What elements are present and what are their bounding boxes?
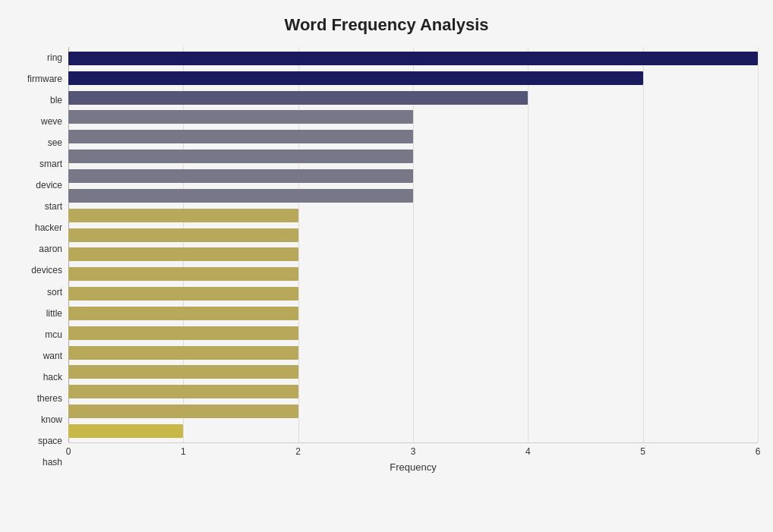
bar (68, 267, 298, 281)
bar-row (68, 70, 758, 87)
bar-row (68, 325, 758, 342)
y-axis-label: start (45, 198, 62, 215)
bar (68, 405, 298, 418)
y-axis: ringfirmwarebleweveseesmartdevicestartha… (15, 47, 68, 473)
x-axis-labels: 0123456 (68, 446, 758, 461)
y-axis-label: smart (39, 156, 62, 172)
bar-row (68, 246, 758, 263)
bar-row (68, 168, 758, 184)
y-axis-label: weve (41, 113, 62, 130)
bar (68, 52, 758, 65)
y-axis-label: sort (47, 284, 62, 301)
bar (68, 385, 298, 398)
bar-row (68, 285, 758, 302)
bar-row (68, 345, 758, 361)
y-axis-label: hacker (35, 219, 62, 236)
bar (68, 365, 298, 379)
chart-title: Word Frequency Analysis (15, 15, 758, 35)
bar (68, 228, 298, 242)
bar (68, 346, 298, 360)
bar-row (68, 90, 758, 106)
bar (68, 287, 298, 301)
x-axis-labels-wrapper: 0123456 (68, 443, 758, 458)
x-tick-label: 6 (756, 446, 761, 457)
bar-row (68, 109, 758, 125)
chart-area: ringfirmwarebleweveseesmartdevicestartha… (15, 47, 758, 473)
bar-row (68, 403, 758, 420)
bar (68, 91, 528, 105)
bar (68, 247, 298, 261)
bar (68, 150, 413, 163)
x-tick-label: 1 (181, 446, 186, 457)
chart-container: Word Frequency Analysis ringfirmwareblew… (0, 0, 773, 532)
y-axis-label: hash (43, 454, 62, 471)
x-tick-label: 0 (66, 446, 71, 457)
bar (68, 326, 298, 340)
x-tick-label: 3 (411, 446, 416, 457)
y-axis-label: device (36, 177, 62, 194)
y-axis-label: hack (43, 369, 62, 386)
y-axis-label: ble (50, 92, 62, 109)
bar-row (68, 50, 758, 67)
x-tick-label: 5 (640, 446, 645, 457)
y-axis-label: devices (31, 262, 62, 279)
bar (68, 424, 183, 438)
y-axis-label: know (41, 411, 62, 428)
y-axis-label: mcu (45, 326, 62, 343)
bar (68, 130, 413, 143)
bar-row (68, 187, 758, 204)
y-axis-label: firmware (27, 71, 62, 87)
y-axis-label: see (48, 134, 62, 151)
y-axis-label: space (38, 433, 62, 449)
bar (68, 189, 413, 203)
bar-row (68, 207, 758, 224)
grid-and-bars (68, 47, 758, 443)
bar (68, 110, 413, 124)
grid-line (758, 47, 759, 442)
bar-row (68, 266, 758, 282)
x-tick-label: 2 (295, 446, 301, 457)
bar-row (68, 423, 758, 439)
y-axis-label: little (46, 305, 62, 322)
bar-row (68, 305, 758, 322)
bar-row (68, 364, 758, 380)
y-axis-label: ring (47, 49, 62, 66)
bars-wrapper (68, 47, 758, 442)
bar-row (68, 383, 758, 400)
bar-row (68, 128, 758, 145)
x-tick-label: 4 (525, 446, 531, 457)
y-axis-label: aaron (39, 241, 62, 257)
x-axis-title: Frequency (68, 461, 758, 473)
bar (68, 71, 643, 85)
bar (68, 209, 298, 222)
bar-row (68, 148, 758, 165)
bar-row (68, 227, 758, 244)
y-axis-label: want (43, 348, 62, 364)
plot-area: 0123456 Frequency (68, 47, 758, 473)
y-axis-label: theres (37, 390, 62, 407)
bar (68, 169, 413, 183)
bar (68, 307, 298, 320)
